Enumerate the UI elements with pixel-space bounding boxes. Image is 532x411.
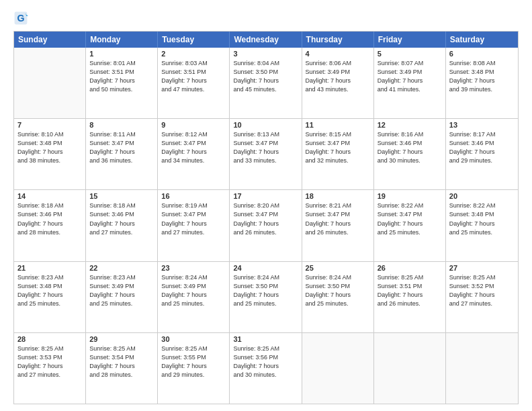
calendar-cell: 23Sunrise: 8:24 AMSunset: 3:49 PMDayligh… <box>158 262 230 332</box>
day-number: 24 <box>233 264 298 272</box>
cell-info: Daylight: 7 hours <box>306 77 370 85</box>
cell-info: and 32 minutes. <box>306 156 370 165</box>
calendar-cell: 16Sunrise: 8:19 AMSunset: 3:47 PMDayligh… <box>158 190 230 261</box>
calendar-cell: 5Sunrise: 8:07 AMSunset: 3:49 PMDaylight… <box>374 48 446 118</box>
cell-info: and 34 minutes. <box>161 156 226 165</box>
cell-info: Sunrise: 8:10 AM <box>17 130 82 139</box>
weekday-header-saturday: Saturday <box>446 32 518 48</box>
weekday-header-monday: Monday <box>86 32 158 48</box>
cell-info: Daylight: 7 hours <box>306 148 370 156</box>
cell-info: Sunrise: 8:23 AM <box>17 273 82 282</box>
cell-info: Daylight: 7 hours <box>233 291 298 300</box>
calendar-cell: 27Sunrise: 8:25 AMSunset: 3:52 PMDayligh… <box>446 262 518 332</box>
cell-info: Daylight: 7 hours <box>161 220 226 228</box>
day-number: 4 <box>306 50 370 58</box>
cell-info: Sunset: 3:48 PM <box>449 210 515 219</box>
cell-info: Sunrise: 8:25 AM <box>378 273 442 282</box>
cell-info: Daylight: 7 hours <box>449 77 515 85</box>
cell-info: Sunrise: 8:25 AM <box>233 345 298 353</box>
cell-info: Sunrise: 8:21 AM <box>306 201 370 210</box>
cell-info: Sunrise: 8:22 AM <box>378 201 442 210</box>
day-number: 27 <box>449 264 515 272</box>
svg-text:G: G <box>17 13 25 24</box>
calendar-cell <box>446 333 518 404</box>
cell-info: and 26 minutes. <box>306 228 370 237</box>
cell-info: Daylight: 7 hours <box>449 291 515 300</box>
cell-info: Daylight: 7 hours <box>233 362 298 371</box>
calendar-cell: 1Sunrise: 8:01 AMSunset: 3:51 PMDaylight… <box>86 48 158 118</box>
day-number: 15 <box>89 192 154 200</box>
cell-info: Daylight: 7 hours <box>17 291 82 300</box>
cell-info: Sunrise: 8:20 AM <box>233 201 298 210</box>
cell-info: Daylight: 7 hours <box>89 291 154 300</box>
day-number: 18 <box>306 192 370 200</box>
cell-info: Sunset: 3:49 PM <box>306 68 370 77</box>
calendar-cell: 18Sunrise: 8:21 AMSunset: 3:47 PMDayligh… <box>302 190 374 261</box>
cell-info: and 38 minutes. <box>17 156 82 165</box>
cell-info: Daylight: 7 hours <box>161 291 226 300</box>
calendar-cell <box>374 333 446 404</box>
cell-info: Sunset: 3:49 PM <box>89 282 154 291</box>
day-number: 16 <box>161 192 226 200</box>
day-number: 14 <box>17 192 82 200</box>
cell-info: and 30 minutes. <box>233 371 298 379</box>
cell-info: Sunset: 3:46 PM <box>449 139 515 148</box>
day-number: 10 <box>233 121 298 129</box>
cell-info: and 25 minutes. <box>449 228 515 237</box>
calendar-cell: 31Sunrise: 8:25 AMSunset: 3:56 PMDayligh… <box>230 333 302 404</box>
cell-info: Sunset: 3:47 PM <box>233 210 298 219</box>
calendar-cell: 15Sunrise: 8:18 AMSunset: 3:46 PMDayligh… <box>86 190 158 261</box>
calendar-week-4: 21Sunrise: 8:23 AMSunset: 3:48 PMDayligh… <box>14 261 518 332</box>
cell-info: Sunset: 3:50 PM <box>233 282 298 291</box>
calendar-cell: 12Sunrise: 8:16 AMSunset: 3:46 PMDayligh… <box>374 119 446 189</box>
cell-info: Sunrise: 8:25 AM <box>17 345 82 353</box>
cell-info: and 50 minutes. <box>89 85 154 94</box>
calendar-cell: 25Sunrise: 8:24 AMSunset: 3:50 PMDayligh… <box>302 262 374 332</box>
cell-info: Sunrise: 8:16 AM <box>378 130 442 139</box>
cell-info: Daylight: 7 hours <box>378 77 442 85</box>
cell-info: Sunrise: 8:12 AM <box>161 130 226 139</box>
logo-icon: G <box>13 11 28 26</box>
cell-info: Daylight: 7 hours <box>306 220 370 228</box>
day-number: 19 <box>378 192 442 200</box>
day-number: 28 <box>17 335 82 343</box>
cell-info: Sunset: 3:56 PM <box>233 353 298 362</box>
calendar-cell: 29Sunrise: 8:25 AMSunset: 3:54 PMDayligh… <box>86 333 158 404</box>
calendar-cell: 26Sunrise: 8:25 AMSunset: 3:51 PMDayligh… <box>374 262 446 332</box>
calendar-header: SundayMondayTuesdayWednesdayThursdayFrid… <box>14 32 518 48</box>
day-number: 29 <box>89 335 154 343</box>
cell-info: Daylight: 7 hours <box>233 220 298 228</box>
cell-info: Sunset: 3:46 PM <box>17 210 82 219</box>
cell-info: Sunset: 3:46 PM <box>378 139 442 148</box>
calendar-cell <box>302 333 374 404</box>
calendar-week-2: 7Sunrise: 8:10 AMSunset: 3:48 PMDaylight… <box>14 118 518 189</box>
cell-info: Daylight: 7 hours <box>89 148 154 156</box>
cell-info: Daylight: 7 hours <box>161 148 226 156</box>
cell-info: Daylight: 7 hours <box>89 77 154 85</box>
header: G <box>13 11 519 26</box>
cell-info: Daylight: 7 hours <box>161 77 226 85</box>
calendar-cell: 10Sunrise: 8:13 AMSunset: 3:47 PMDayligh… <box>230 119 302 189</box>
calendar-cell: 24Sunrise: 8:24 AMSunset: 3:50 PMDayligh… <box>230 262 302 332</box>
cell-info: and 25 minutes. <box>306 300 370 308</box>
cell-info: and 36 minutes. <box>89 156 154 165</box>
day-number: 7 <box>17 121 82 129</box>
cell-info: Sunrise: 8:25 AM <box>161 345 226 353</box>
calendar-cell: 14Sunrise: 8:18 AMSunset: 3:46 PMDayligh… <box>14 190 86 261</box>
day-number: 9 <box>161 121 226 129</box>
cell-info: and 26 minutes. <box>233 228 298 237</box>
day-number: 30 <box>161 335 226 343</box>
day-number: 21 <box>17 264 82 272</box>
cell-info: Daylight: 7 hours <box>233 77 298 85</box>
cell-info: Daylight: 7 hours <box>306 291 370 300</box>
cell-info: and 25 minutes. <box>378 228 442 237</box>
cell-info: Daylight: 7 hours <box>378 220 442 228</box>
cell-info: Daylight: 7 hours <box>17 220 82 228</box>
cell-info: Sunset: 3:53 PM <box>17 353 82 362</box>
cell-info: Sunset: 3:49 PM <box>378 68 442 77</box>
day-number: 23 <box>161 264 226 272</box>
day-number: 22 <box>89 264 154 272</box>
weekday-header-friday: Friday <box>374 32 446 48</box>
cell-info: Daylight: 7 hours <box>449 148 515 156</box>
calendar-cell: 7Sunrise: 8:10 AMSunset: 3:48 PMDaylight… <box>14 119 86 189</box>
